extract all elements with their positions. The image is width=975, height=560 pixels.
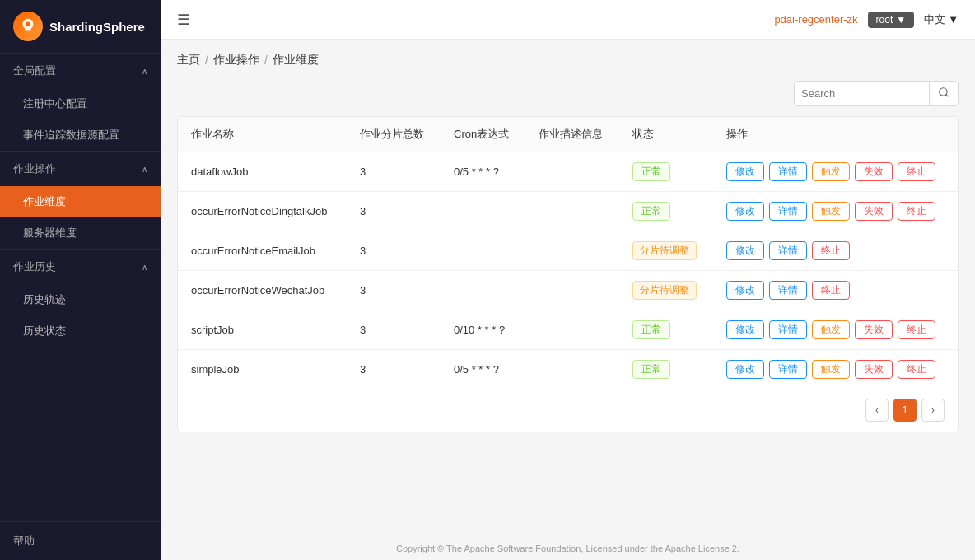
status-badge: 正常: [632, 320, 670, 339]
cell-job-name: scriptJob: [178, 310, 347, 350]
sidebar-item-event-trace-config[interactable]: 事件追踪数据源配置: [0, 119, 161, 151]
action-btn-终止[interactable]: 终止: [898, 360, 935, 379]
cell-status: 分片待调整: [619, 231, 713, 271]
action-btn-终止[interactable]: 终止: [812, 241, 850, 260]
action-btn-详情[interactable]: 详情: [769, 360, 807, 379]
search-button[interactable]: [929, 82, 958, 105]
sidebar-group-job-ops-label: 作业操作: [13, 161, 56, 176]
actions-container: 修改详情触发失效终止: [726, 360, 945, 379]
cell-job-name: dataflowJob: [178, 152, 347, 192]
action-btn-失效[interactable]: 失效: [855, 320, 893, 339]
sidebar-group-job-history-label: 作业历史: [13, 259, 56, 274]
cell-desc: [525, 310, 619, 350]
sidebar-item-server-dimension[interactable]: 服务器维度: [0, 217, 161, 249]
col-cron: Cron表达式: [441, 117, 525, 152]
chevron-up-icon-2: ∧: [142, 165, 147, 174]
cell-cron: [441, 192, 525, 231]
user-label: root: [876, 14, 893, 26]
status-badge: 正常: [632, 162, 670, 181]
action-btn-终止[interactable]: 终止: [898, 162, 935, 181]
cell-job-name: occurErrorNoticeEmailJob: [178, 231, 347, 271]
sidebar-item-history-status[interactable]: 历史状态: [0, 315, 161, 347]
action-btn-触发[interactable]: 触发: [812, 202, 850, 221]
action-btn-详情[interactable]: 详情: [769, 202, 807, 221]
cell-job-name: occurErrorNoticeDingtalkJob: [178, 192, 347, 231]
search-input[interactable]: [795, 82, 929, 105]
user-menu[interactable]: root ▼: [868, 12, 915, 28]
cell-status: 正常: [619, 350, 713, 390]
cell-cron: 0/5 * * * ?: [441, 152, 525, 192]
chevron-up-icon: ∧: [142, 67, 147, 76]
sidebar-group-job-ops: 作业操作 ∧ 作业维度 服务器维度: [0, 151, 161, 249]
action-btn-详情[interactable]: 详情: [769, 162, 807, 181]
actions-container: 修改详情触发失效终止: [726, 320, 945, 339]
action-btn-失效[interactable]: 失效: [855, 162, 893, 181]
actions-container: 修改详情触发失效终止: [726, 162, 945, 181]
action-btn-修改[interactable]: 修改: [726, 202, 764, 221]
sidebar-footer-help[interactable]: 帮助: [0, 521, 161, 560]
table-row: occurErrorNoticeWechatJob3分片待调整修改详情终止: [178, 271, 958, 310]
action-btn-终止[interactable]: 终止: [812, 281, 850, 300]
col-shards: 作业分片总数: [347, 117, 441, 152]
svg-point-0: [26, 22, 30, 27]
status-badge: 分片待调整: [632, 281, 697, 300]
table-row: dataflowJob30/5 * * * ?正常修改详情触发失效终止: [178, 152, 958, 192]
cell-desc: [525, 152, 619, 192]
sidebar-item-job-dimension[interactable]: 作业维度: [0, 186, 161, 217]
action-btn-详情[interactable]: 详情: [769, 241, 807, 260]
pagination-next[interactable]: ›: [921, 399, 945, 422]
header-right: pdai-regcenter-zk root ▼ 中文 ▼: [774, 12, 959, 28]
cell-status: 分片待调整: [619, 271, 713, 310]
sidebar-group-job-history: 作业历史 ∧ 历史轨迹 历史状态: [0, 249, 161, 347]
breadcrumb-home[interactable]: 主页: [177, 53, 200, 68]
sidebar-logo: ShardingSphere: [0, 0, 161, 53]
action-btn-失效[interactable]: 失效: [855, 202, 893, 221]
action-btn-修改[interactable]: 修改: [726, 360, 764, 379]
main-area: ☰ pdai-regcenter-zk root ▼ 中文 ▼ 主页 / 作业操…: [161, 0, 975, 560]
cell-desc: [525, 192, 619, 231]
sidebar-group-job-history-header[interactable]: 作业历史 ∧: [0, 250, 161, 284]
action-btn-触发[interactable]: 触发: [812, 162, 850, 181]
action-btn-修改[interactable]: 修改: [726, 320, 764, 339]
cell-actions: 修改详情终止: [713, 271, 958, 310]
action-btn-修改[interactable]: 修改: [726, 281, 764, 300]
action-btn-修改[interactable]: 修改: [726, 241, 764, 260]
action-btn-详情[interactable]: 详情: [769, 320, 807, 339]
action-btn-修改[interactable]: 修改: [726, 162, 764, 181]
header-left: ☰: [177, 11, 190, 29]
menu-toggle-icon[interactable]: ☰: [177, 11, 190, 29]
action-btn-终止[interactable]: 终止: [898, 202, 935, 221]
logo-icon: [13, 12, 43, 41]
footer: Copyright © The Apache Software Foundati…: [161, 537, 975, 560]
sidebar-group-global-config: 全局配置 ∧ 注册中心配置 事件追踪数据源配置: [0, 53, 161, 151]
cell-actions: 修改详情触发失效终止: [713, 350, 958, 390]
cell-actions: 修改详情触发失效终止: [713, 192, 958, 231]
search-input-wrap: [794, 81, 959, 106]
sidebar-item-registry-config[interactable]: 注册中心配置: [0, 88, 161, 119]
lang-selector[interactable]: 中文 ▼: [924, 12, 959, 27]
action-btn-终止[interactable]: 终止: [898, 320, 935, 339]
svg-point-1: [940, 88, 947, 96]
breadcrumb-job-ops[interactable]: 作业操作: [213, 53, 259, 68]
cell-cron: [441, 231, 525, 271]
logo-text: ShardingSphere: [49, 20, 145, 34]
status-badge: 分片待调整: [632, 241, 697, 260]
action-btn-触发[interactable]: 触发: [812, 360, 850, 379]
col-job-name: 作业名称: [178, 117, 347, 152]
action-btn-失效[interactable]: 失效: [855, 360, 893, 379]
pagination-prev[interactable]: ‹: [865, 399, 889, 422]
cell-shards: 3: [347, 192, 441, 231]
cell-cron: 0/5 * * * ?: [441, 350, 525, 390]
action-btn-详情[interactable]: 详情: [769, 281, 807, 300]
cell-status: 正常: [619, 152, 713, 192]
action-btn-触发[interactable]: 触发: [812, 320, 850, 339]
breadcrumb-current: 作业维度: [273, 53, 319, 68]
user-chevron-icon: ▼: [896, 14, 906, 26]
pagination-page-1[interactable]: 1: [893, 399, 917, 422]
sidebar-item-history-trace[interactable]: 历史轨迹: [0, 284, 161, 315]
table-row: simpleJob30/5 * * * ?正常修改详情触发失效终止: [178, 350, 958, 390]
pagination: ‹ 1 ›: [178, 389, 958, 432]
sidebar-group-job-ops-header[interactable]: 作业操作 ∧: [0, 152, 161, 186]
cell-job-name: occurErrorNoticeWechatJob: [178, 271, 347, 310]
sidebar-group-global-config-header[interactable]: 全局配置 ∧: [0, 54, 161, 88]
